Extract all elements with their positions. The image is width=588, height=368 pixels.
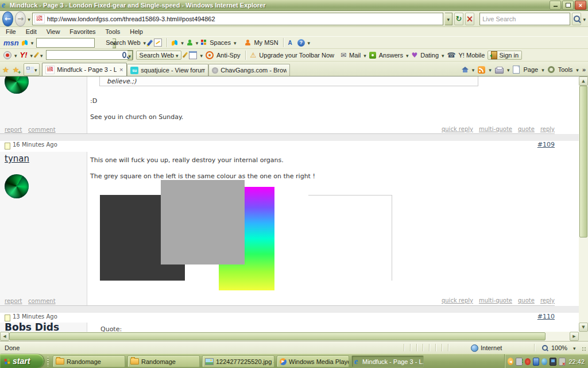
answers-dropdown-icon[interactable] bbox=[406, 52, 409, 59]
msn-search-input[interactable] bbox=[37, 39, 113, 47]
tray-display-icon[interactable] bbox=[533, 358, 540, 366]
print-dropdown-icon[interactable] bbox=[507, 66, 510, 73]
messenger-icon[interactable] bbox=[187, 40, 193, 46]
start-button[interactable]: start bbox=[0, 354, 44, 368]
print-icon[interactable] bbox=[495, 68, 504, 74]
menu-file[interactable]: File bbox=[6, 28, 16, 35]
favorites-center-icon[interactable] bbox=[2, 66, 9, 74]
refresh-button[interactable] bbox=[454, 13, 463, 25]
scroll-down-button[interactable]: ▼ bbox=[579, 323, 588, 332]
yahoo-search-input[interactable] bbox=[47, 51, 122, 59]
home-dropdown-icon[interactable] bbox=[472, 66, 475, 73]
yahoo-logo[interactable]: Y! bbox=[20, 51, 28, 59]
page-dropdown-icon[interactable] bbox=[541, 66, 544, 73]
help-dropdown-icon[interactable] bbox=[308, 39, 311, 46]
taskbar-button-randomage-2[interactable]: Randomage bbox=[127, 355, 200, 367]
feeds-dropdown-icon[interactable] bbox=[489, 66, 492, 73]
upgrade-toolbar-button[interactable]: Upgrade your Toolbar Now bbox=[259, 52, 334, 59]
horizontal-scroll-thumb[interactable] bbox=[9, 332, 546, 340]
msn-menu-dropdown-icon[interactable] bbox=[31, 39, 34, 46]
menu-edit[interactable]: Edit bbox=[26, 28, 37, 35]
pencil-icon[interactable] bbox=[34, 52, 39, 57]
overflow-chevron-icon[interactable]: » bbox=[582, 66, 586, 73]
report-link[interactable]: report bbox=[5, 298, 22, 304]
tools-dropdown-icon[interactable] bbox=[576, 66, 579, 73]
horizontal-scrollbar[interactable]: ◀ ▶ bbox=[0, 332, 579, 341]
sign-in-button[interactable]: Sign in bbox=[488, 51, 522, 60]
yahoo-mobile-button[interactable]: Y! Mobile bbox=[459, 52, 485, 59]
multi-quote-link[interactable]: multi-quote bbox=[479, 126, 512, 132]
add-favorite-icon[interactable] bbox=[13, 66, 20, 74]
multi-quote-link[interactable]: multi-quote bbox=[479, 297, 512, 304]
tray-pc-audio-icon[interactable] bbox=[516, 358, 523, 366]
my-msn-button[interactable]: My MSN bbox=[254, 39, 278, 46]
quick-reply-link[interactable]: quick reply bbox=[442, 297, 473, 304]
window-form-icon[interactable] bbox=[189, 51, 197, 59]
anti-spy-button[interactable]: Anti-Spy bbox=[216, 52, 241, 59]
zoom-dropdown-icon[interactable] bbox=[573, 344, 576, 351]
forward-button[interactable]: → bbox=[15, 12, 26, 26]
minimize-button[interactable] bbox=[550, 1, 561, 10]
report-link[interactable]: report bbox=[5, 126, 22, 133]
menu-favorites[interactable]: Favorites bbox=[69, 28, 95, 35]
post-number-link[interactable]: #109 bbox=[537, 141, 555, 148]
tray-volume-muted-icon[interactable] bbox=[559, 358, 566, 366]
scroll-left-button[interactable]: ◀ bbox=[0, 332, 9, 341]
dating-button[interactable]: Dating bbox=[420, 52, 439, 59]
spaces-dropdown-icon[interactable] bbox=[234, 39, 237, 46]
taskbar-button-mindfuck[interactable]: Mindfuck - Page 3 - L... bbox=[351, 355, 424, 367]
quick-launch-handle[interactable] bbox=[47, 356, 49, 366]
edit-icon[interactable] bbox=[183, 52, 188, 57]
resize-grip[interactable] bbox=[582, 350, 583, 351]
pencil-dropdown-icon[interactable] bbox=[40, 52, 43, 59]
quick-reply-link[interactable]: quick reply bbox=[442, 126, 473, 132]
feeds-icon[interactable] bbox=[478, 66, 485, 74]
highlighter-icon[interactable] bbox=[147, 40, 153, 46]
live-search-input[interactable] bbox=[482, 16, 567, 22]
messenger-dropdown-icon[interactable] bbox=[196, 39, 199, 46]
msn-search-web-dropdown-icon[interactable] bbox=[144, 39, 146, 46]
tray-media-icon[interactable] bbox=[525, 358, 531, 365]
tray-monitor-icon[interactable] bbox=[550, 358, 556, 366]
answers-button[interactable]: Answers bbox=[379, 52, 403, 59]
tab-chavgangs[interactable]: ChavGangs.com - Browser b... bbox=[208, 64, 290, 76]
back-button[interactable]: ← bbox=[2, 12, 13, 26]
msn-mail-icon[interactable] bbox=[172, 40, 178, 46]
stop-button[interactable] bbox=[465, 13, 474, 25]
quote-link[interactable]: quote bbox=[518, 126, 535, 132]
vertical-scrollbar[interactable]: ▲ ▼ bbox=[579, 76, 588, 332]
comment-link[interactable]: comment bbox=[28, 126, 56, 133]
tab-mindfuck[interactable]: LON DON Mindfuck - Page 3 - Lond... × bbox=[42, 63, 127, 76]
msn-logo[interactable]: msn bbox=[3, 39, 19, 47]
help-icon[interactable] bbox=[297, 39, 305, 47]
restore-button[interactable] bbox=[562, 1, 574, 10]
reply-link[interactable]: reply bbox=[540, 126, 555, 132]
vertical-scroll-thumb[interactable] bbox=[579, 86, 587, 237]
scroll-right-button[interactable]: ▶ bbox=[570, 332, 579, 341]
tray-collapse-icon[interactable] bbox=[508, 358, 513, 365]
username-link[interactable]: Bobs Dids bbox=[5, 321, 59, 332]
tab-close-icon[interactable]: × bbox=[119, 66, 123, 73]
yahoo-logo-dropdown-icon[interactable] bbox=[30, 52, 33, 59]
home-icon[interactable] bbox=[462, 67, 469, 72]
search-options-dropdown-icon[interactable] bbox=[583, 16, 586, 22]
spaces-button[interactable]: Spaces bbox=[210, 39, 231, 46]
window-form-dropdown-icon[interactable] bbox=[200, 52, 203, 59]
close-button[interactable]: × bbox=[575, 1, 586, 10]
tray-network-globe-icon[interactable] bbox=[541, 358, 547, 365]
history-dropdown-icon[interactable] bbox=[28, 16, 30, 22]
zoom-level[interactable]: 100% bbox=[551, 344, 567, 351]
tab-squatjuice[interactable]: su squatjuice - View forum - 'Avi... bbox=[127, 64, 208, 76]
form-fill-icon[interactable] bbox=[154, 39, 162, 47]
quote-link[interactable]: quote bbox=[518, 297, 535, 304]
username-link[interactable]: tynan bbox=[5, 154, 29, 164]
comment-link[interactable]: comment bbox=[28, 298, 56, 304]
url-input[interactable] bbox=[47, 16, 441, 22]
msn-search-web-button[interactable]: Search Web bbox=[106, 39, 140, 46]
reply-link[interactable]: reply bbox=[540, 297, 555, 304]
menu-view[interactable]: View bbox=[47, 28, 60, 35]
taskbar-button-wmp[interactable]: Windows Media Player bbox=[277, 355, 349, 367]
yahoo-search-web-button[interactable]: Search Web bbox=[136, 51, 182, 60]
avatar[interactable] bbox=[5, 174, 29, 198]
taskbar-button-jpg[interactable]: 1224277225520.jpg -... bbox=[202, 355, 274, 367]
